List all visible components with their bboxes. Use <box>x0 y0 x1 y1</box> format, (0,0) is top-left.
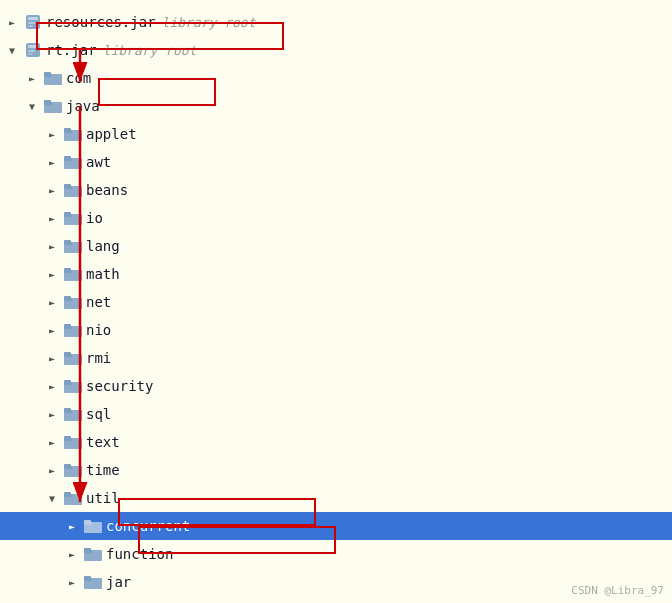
svg-rect-46 <box>64 408 71 412</box>
toggle-lang[interactable]: ► <box>44 238 60 254</box>
folder-icon-rmi <box>64 350 82 366</box>
label-nio: nio <box>86 322 111 338</box>
folder-icon-java <box>44 98 62 114</box>
toggle-time[interactable]: ► <box>44 462 60 478</box>
label-net: net <box>86 294 111 310</box>
tree-item-sql[interactable]: ► sql <box>0 400 672 428</box>
svg-rect-16 <box>64 128 71 132</box>
tree-item-io[interactable]: ► io <box>0 204 672 232</box>
svg-rect-1 <box>28 17 38 20</box>
toggle-nio[interactable]: ► <box>44 322 60 338</box>
folder-icon-lang <box>64 238 82 254</box>
folder-icon-time <box>64 462 82 478</box>
toggle-text[interactable]: ► <box>44 434 60 450</box>
folder-icon-awt <box>64 154 82 170</box>
label-jar: jar <box>106 574 131 590</box>
folder-icon-beans <box>64 182 82 198</box>
svg-rect-22 <box>64 184 71 188</box>
svg-rect-6 <box>28 50 35 52</box>
svg-rect-55 <box>64 492 71 496</box>
label-java: java <box>66 98 100 114</box>
svg-rect-64 <box>84 576 91 580</box>
folder-icon-applet <box>64 126 82 142</box>
tree-item-rtjar[interactable]: ▼ rt.jar library root <box>0 36 672 64</box>
folder-icon-jar <box>84 574 102 590</box>
toggle-util[interactable]: ▼ <box>44 490 60 506</box>
tree-item-applet[interactable]: ► applet <box>0 120 672 148</box>
svg-rect-5 <box>28 45 38 48</box>
tree-item-resources[interactable]: ► resources.jar library root <box>0 8 672 36</box>
toggle-beans[interactable]: ► <box>44 182 60 198</box>
label-function: function <box>106 546 173 562</box>
svg-rect-58 <box>84 520 91 524</box>
label-text: text <box>86 434 120 450</box>
toggle-concurrent[interactable]: ► <box>64 518 80 534</box>
label-util: util <box>86 490 120 506</box>
label-io: io <box>86 210 103 226</box>
toggle-io[interactable]: ► <box>44 210 60 226</box>
svg-rect-3 <box>28 25 33 27</box>
folder-icon-concurrent <box>84 518 102 534</box>
toggle-jar[interactable]: ► <box>64 574 80 590</box>
toggle-awt[interactable]: ► <box>44 154 60 170</box>
label-beans: beans <box>86 182 128 198</box>
watermark: CSDN @Libra_97 <box>571 584 664 597</box>
label-sql: sql <box>86 406 111 422</box>
toggle-function[interactable]: ► <box>64 546 80 562</box>
folder-icon-text <box>64 434 82 450</box>
svg-rect-19 <box>64 156 71 160</box>
svg-rect-37 <box>64 324 71 328</box>
label-awt: awt <box>86 154 111 170</box>
tree-item-beans[interactable]: ► beans <box>0 176 672 204</box>
tree-item-net[interactable]: ► net <box>0 288 672 316</box>
label-rtjar: rt.jar <box>46 42 97 58</box>
svg-rect-2 <box>28 22 35 24</box>
folder-icon-util <box>64 490 82 506</box>
jar-icon-resources <box>24 13 42 31</box>
tree-item-java[interactable]: ▼ java <box>0 92 672 120</box>
tree-item-math[interactable]: ► math <box>0 260 672 288</box>
svg-rect-43 <box>64 380 71 384</box>
folder-icon-sql <box>64 406 82 422</box>
tree-item-function[interactable]: ► function <box>0 540 672 568</box>
tree-item-security[interactable]: ► security <box>0 372 672 400</box>
toggle-com[interactable]: ► <box>24 70 40 86</box>
label-rmi: rmi <box>86 350 111 366</box>
svg-rect-40 <box>64 352 71 356</box>
tree-item-util[interactable]: ▼ util <box>0 484 672 512</box>
toggle-rtjar[interactable]: ▼ <box>4 42 20 58</box>
label-time: time <box>86 462 120 478</box>
file-tree: ► resources.jar library root▼ rt.jar lib… <box>0 0 672 603</box>
folder-icon-math <box>64 266 82 282</box>
tree-item-concurrent[interactable]: ► concurrent <box>0 512 672 540</box>
svg-rect-10 <box>44 72 51 76</box>
suffix-resources: library root <box>162 15 256 30</box>
tree-item-time[interactable]: ► time <box>0 456 672 484</box>
label-security: security <box>86 378 153 394</box>
tree-item-text[interactable]: ► text <box>0 428 672 456</box>
svg-rect-34 <box>64 296 71 300</box>
toggle-net[interactable]: ► <box>44 294 60 310</box>
toggle-sql[interactable]: ► <box>44 406 60 422</box>
svg-rect-31 <box>64 268 71 272</box>
label-concurrent: concurrent <box>106 518 190 534</box>
toggle-math[interactable]: ► <box>44 266 60 282</box>
tree-item-lang[interactable]: ► lang <box>0 232 672 260</box>
folder-icon-function <box>84 546 102 562</box>
tree-item-awt[interactable]: ► awt <box>0 148 672 176</box>
svg-rect-28 <box>64 240 71 244</box>
toggle-security[interactable]: ► <box>44 378 60 394</box>
svg-rect-13 <box>44 100 51 104</box>
toggle-rmi[interactable]: ► <box>44 350 60 366</box>
tree-item-com[interactable]: ► com <box>0 64 672 92</box>
toggle-applet[interactable]: ► <box>44 126 60 142</box>
svg-rect-61 <box>84 548 91 552</box>
folder-icon-nio <box>64 322 82 338</box>
folder-icon-io <box>64 210 82 226</box>
toggle-resources[interactable]: ► <box>4 14 20 30</box>
toggle-java[interactable]: ▼ <box>24 98 40 114</box>
tree-item-rmi[interactable]: ► rmi <box>0 344 672 372</box>
tree-item-nio[interactable]: ► nio <box>0 316 672 344</box>
folder-icon-security <box>64 378 82 394</box>
folder-icon-net <box>64 294 82 310</box>
